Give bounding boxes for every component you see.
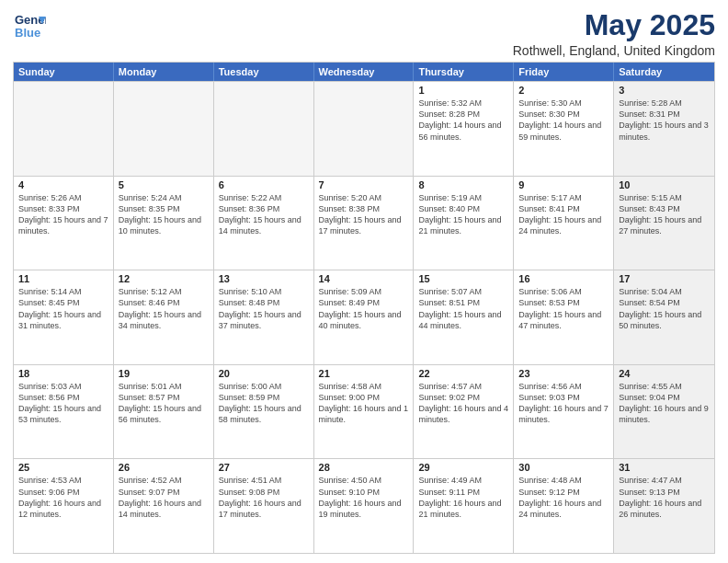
cal-cell-2-0: 11Sunrise: 5:14 AM Sunset: 8:45 PM Dayli… (14, 270, 114, 364)
day-info: Sunrise: 5:01 AM Sunset: 8:57 PM Dayligh… (119, 381, 209, 426)
day-info: Sunrise: 5:28 AM Sunset: 8:31 PM Dayligh… (619, 98, 710, 143)
page: General Blue May 2025 Rothwell, England,… (0, 0, 728, 563)
cal-cell-1-3: 7Sunrise: 5:20 AM Sunset: 8:38 PM Daylig… (314, 177, 415, 270)
cal-cell-2-6: 17Sunrise: 5:04 AM Sunset: 8:54 PM Dayli… (614, 270, 714, 364)
cal-cell-4-2: 27Sunrise: 4:51 AM Sunset: 9:08 PM Dayli… (214, 459, 314, 553)
day-number: 20 (219, 368, 309, 379)
day-number: 3 (619, 85, 710, 96)
day-info: Sunrise: 4:53 AM Sunset: 9:06 PM Dayligh… (18, 475, 108, 520)
cal-cell-1-5: 9Sunrise: 5:17 AM Sunset: 8:41 PM Daylig… (514, 177, 614, 270)
day-number: 14 (319, 273, 409, 284)
day-info: Sunrise: 4:47 AM Sunset: 9:13 PM Dayligh… (619, 475, 710, 520)
header-sunday: Sunday (14, 63, 114, 81)
day-number: 15 (418, 273, 508, 284)
day-info: Sunrise: 4:50 AM Sunset: 9:10 PM Dayligh… (319, 475, 409, 520)
day-number: 5 (119, 179, 209, 190)
header-tuesday: Tuesday (214, 63, 314, 81)
day-number: 24 (619, 368, 710, 379)
cal-row-4: 25Sunrise: 4:53 AM Sunset: 9:06 PM Dayli… (14, 458, 714, 553)
day-info: Sunrise: 5:03 AM Sunset: 8:56 PM Dayligh… (18, 381, 108, 426)
day-number: 9 (518, 179, 609, 190)
cal-cell-4-5: 30Sunrise: 4:48 AM Sunset: 9:12 PM Dayli… (514, 459, 614, 553)
cal-cell-1-1: 5Sunrise: 5:24 AM Sunset: 8:35 PM Daylig… (114, 177, 214, 270)
cal-row-0: 1Sunrise: 5:32 AM Sunset: 8:28 PM Daylig… (14, 81, 714, 176)
day-number: 12 (119, 273, 209, 284)
day-info: Sunrise: 5:32 AM Sunset: 8:28 PM Dayligh… (418, 98, 508, 143)
day-number: 26 (119, 462, 209, 473)
cal-row-2: 11Sunrise: 5:14 AM Sunset: 8:45 PM Dayli… (14, 270, 714, 364)
cal-cell-4-0: 25Sunrise: 4:53 AM Sunset: 9:06 PM Dayli… (14, 459, 114, 553)
header-wednesday: Wednesday (314, 63, 415, 81)
day-number: 11 (18, 273, 108, 284)
day-number: 16 (518, 273, 609, 284)
day-info: Sunrise: 5:10 AM Sunset: 8:48 PM Dayligh… (219, 286, 309, 331)
day-info: Sunrise: 5:26 AM Sunset: 8:33 PM Dayligh… (18, 192, 108, 237)
cal-cell-1-6: 10Sunrise: 5:15 AM Sunset: 8:43 PM Dayli… (614, 177, 714, 270)
day-number: 22 (418, 368, 508, 379)
day-number: 6 (219, 179, 309, 190)
day-info: Sunrise: 5:06 AM Sunset: 8:53 PM Dayligh… (518, 286, 609, 331)
day-number: 21 (319, 368, 409, 379)
day-number: 25 (18, 462, 108, 473)
day-number: 31 (619, 462, 710, 473)
day-info: Sunrise: 5:17 AM Sunset: 8:41 PM Dayligh… (518, 192, 609, 237)
cal-cell-3-4: 22Sunrise: 4:57 AM Sunset: 9:02 PM Dayli… (414, 365, 514, 459)
logo: General Blue (13, 9, 46, 42)
calendar: Sunday Monday Tuesday Wednesday Thursday… (13, 62, 715, 554)
day-info: Sunrise: 4:57 AM Sunset: 9:02 PM Dayligh… (418, 381, 508, 426)
cal-cell-2-2: 13Sunrise: 5:10 AM Sunset: 8:48 PM Dayli… (214, 270, 314, 364)
day-number: 2 (518, 85, 609, 96)
day-info: Sunrise: 5:19 AM Sunset: 8:40 PM Dayligh… (418, 192, 508, 237)
subtitle: Rothwell, England, United Kingdom (513, 43, 715, 58)
day-info: Sunrise: 5:30 AM Sunset: 8:30 PM Dayligh… (518, 98, 609, 143)
cal-cell-0-4: 1Sunrise: 5:32 AM Sunset: 8:28 PM Daylig… (414, 82, 514, 176)
cal-row-3: 18Sunrise: 5:03 AM Sunset: 8:56 PM Dayli… (14, 364, 714, 459)
cal-cell-0-5: 2Sunrise: 5:30 AM Sunset: 8:30 PM Daylig… (514, 82, 614, 176)
svg-text:Blue: Blue (15, 26, 40, 40)
cal-cell-2-4: 15Sunrise: 5:07 AM Sunset: 8:51 PM Dayli… (414, 270, 514, 364)
day-info: Sunrise: 5:22 AM Sunset: 8:36 PM Dayligh… (219, 192, 309, 237)
day-info: Sunrise: 5:07 AM Sunset: 8:51 PM Dayligh… (418, 286, 508, 331)
day-info: Sunrise: 5:14 AM Sunset: 8:45 PM Dayligh… (18, 286, 108, 331)
cal-cell-1-2: 6Sunrise: 5:22 AM Sunset: 8:36 PM Daylig… (214, 177, 314, 270)
cal-cell-2-3: 14Sunrise: 5:09 AM Sunset: 8:49 PM Dayli… (314, 270, 415, 364)
day-number: 27 (219, 462, 309, 473)
cal-cell-2-5: 16Sunrise: 5:06 AM Sunset: 8:53 PM Dayli… (514, 270, 614, 364)
cal-cell-0-3 (314, 82, 415, 176)
cal-cell-4-6: 31Sunrise: 4:47 AM Sunset: 9:13 PM Dayli… (614, 459, 714, 553)
cal-cell-3-1: 19Sunrise: 5:01 AM Sunset: 8:57 PM Dayli… (114, 365, 214, 459)
day-info: Sunrise: 5:00 AM Sunset: 8:59 PM Dayligh… (219, 381, 309, 426)
day-info: Sunrise: 5:12 AM Sunset: 8:46 PM Dayligh… (119, 286, 209, 331)
day-info: Sunrise: 4:58 AM Sunset: 9:00 PM Dayligh… (319, 381, 409, 426)
day-info: Sunrise: 4:51 AM Sunset: 9:08 PM Dayligh… (219, 475, 309, 520)
day-info: Sunrise: 4:55 AM Sunset: 9:04 PM Dayligh… (619, 381, 710, 426)
day-number: 19 (119, 368, 209, 379)
header: General Blue May 2025 Rothwell, England,… (13, 9, 715, 58)
day-number: 7 (319, 179, 409, 190)
cal-cell-0-6: 3Sunrise: 5:28 AM Sunset: 8:31 PM Daylig… (614, 82, 714, 176)
day-number: 10 (619, 179, 710, 190)
cal-cell-0-0 (14, 82, 114, 176)
cal-cell-3-0: 18Sunrise: 5:03 AM Sunset: 8:56 PM Dayli… (14, 365, 114, 459)
logo-icon: General Blue (13, 9, 46, 42)
day-info: Sunrise: 5:15 AM Sunset: 8:43 PM Dayligh… (619, 192, 710, 237)
cal-cell-1-0: 4Sunrise: 5:26 AM Sunset: 8:33 PM Daylig… (14, 177, 114, 270)
cal-cell-3-3: 21Sunrise: 4:58 AM Sunset: 9:00 PM Dayli… (314, 365, 415, 459)
cal-cell-3-6: 24Sunrise: 4:55 AM Sunset: 9:04 PM Dayli… (614, 365, 714, 459)
day-number: 18 (18, 368, 108, 379)
cal-row-1: 4Sunrise: 5:26 AM Sunset: 8:33 PM Daylig… (14, 176, 714, 270)
cal-cell-2-1: 12Sunrise: 5:12 AM Sunset: 8:46 PM Dayli… (114, 270, 214, 364)
day-info: Sunrise: 4:56 AM Sunset: 9:03 PM Dayligh… (518, 381, 609, 426)
day-info: Sunrise: 5:24 AM Sunset: 8:35 PM Dayligh… (119, 192, 209, 237)
day-number: 28 (319, 462, 409, 473)
cal-cell-3-2: 20Sunrise: 5:00 AM Sunset: 8:59 PM Dayli… (214, 365, 314, 459)
day-info: Sunrise: 5:20 AM Sunset: 8:38 PM Dayligh… (319, 192, 409, 237)
day-number: 8 (418, 179, 508, 190)
calendar-header: Sunday Monday Tuesday Wednesday Thursday… (14, 63, 714, 81)
day-info: Sunrise: 4:49 AM Sunset: 9:11 PM Dayligh… (418, 475, 508, 520)
day-number: 4 (18, 179, 108, 190)
day-info: Sunrise: 4:52 AM Sunset: 9:07 PM Dayligh… (119, 475, 209, 520)
cal-cell-4-3: 28Sunrise: 4:50 AM Sunset: 9:10 PM Dayli… (314, 459, 415, 553)
calendar-body: 1Sunrise: 5:32 AM Sunset: 8:28 PM Daylig… (14, 81, 714, 553)
title-block: May 2025 Rothwell, England, United Kingd… (513, 9, 715, 58)
